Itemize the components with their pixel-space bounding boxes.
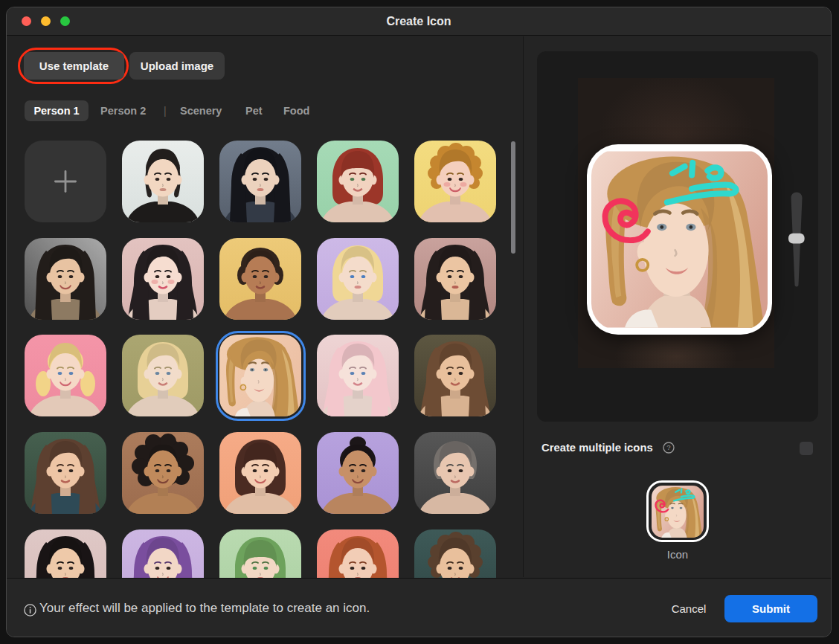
svg-text:?: ? [666, 443, 670, 451]
